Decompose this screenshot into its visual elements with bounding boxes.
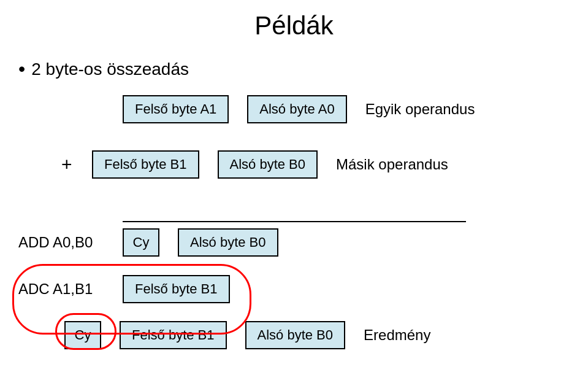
row5-box2: Alsó byte B0 (245, 321, 346, 349)
row4-label: ADC A1,B1 (18, 281, 116, 298)
row2-label: Másik operandus (336, 156, 448, 173)
row5-box1: Felső byte B1 (120, 321, 227, 349)
divider-line (123, 221, 466, 222)
row3-cy-box: Cy (123, 228, 159, 257)
row1: Felső byte A1 Alsó byte A0 Egyik operand… (123, 95, 475, 123)
page: Példák • 2 byte-os összeadás Felső byte … (0, 0, 588, 372)
row2-box2: Alsó byte B0 (218, 150, 318, 179)
page-title: Példák (0, 0, 588, 41)
bullet-text: 2 byte-os összeadás (31, 60, 189, 79)
bullet-icon: • (18, 58, 25, 80)
row3-box2: Alsó byte B0 (178, 228, 278, 257)
row2: + Felső byte B1 Alsó byte B0 Másik opera… (61, 150, 448, 179)
row5-cy-box: Cy (64, 321, 101, 349)
row3-label: ADD A0,B0 (18, 234, 116, 251)
row4: ADC A1,B1 Felső byte B1 (18, 275, 230, 303)
row5: Cy Felső byte B1 Alsó byte B0 Eredmény (64, 321, 430, 349)
row2-box1: Felső byte B1 (92, 150, 199, 179)
row4-box1: Felső byte B1 (123, 275, 230, 303)
row3: ADD A0,B0 Cy Alsó byte B0 (18, 228, 278, 257)
row5-label: Eredmény (364, 327, 430, 344)
bullet-line: • 2 byte-os összeadás (18, 58, 588, 80)
row1-box1: Felső byte A1 (123, 95, 229, 123)
plus-sign: + (61, 154, 80, 175)
row1-box2: Alsó byte A0 (247, 95, 346, 123)
row1-label: Egyik operandus (365, 101, 475, 118)
